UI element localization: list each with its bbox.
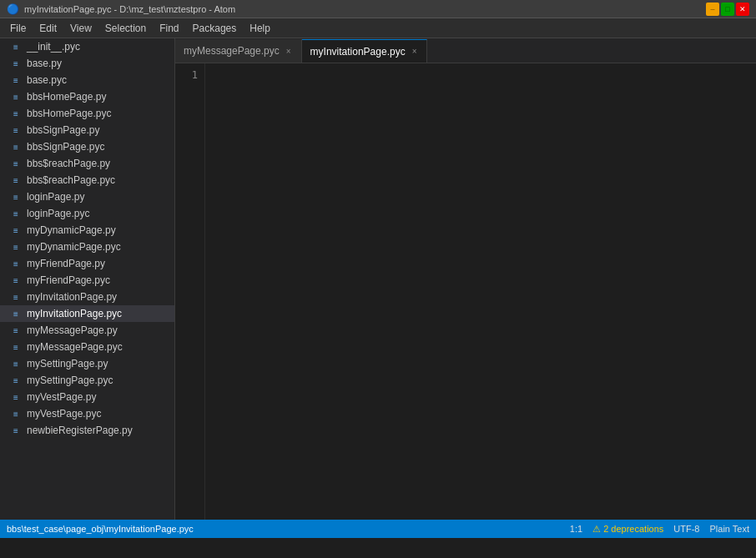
minimize-button[interactable]: – xyxy=(706,3,719,16)
sidebar-item[interactable]: ≡mySettingPage.py xyxy=(0,355,174,372)
menu-item-edit[interactable]: Edit xyxy=(33,21,63,36)
menu-item-view[interactable]: View xyxy=(63,21,98,36)
file-icon: ≡ xyxy=(10,174,22,186)
window-controls: – □ ✕ xyxy=(706,3,749,16)
sidebar-item-label: mySettingPage.py xyxy=(27,358,108,369)
code-editor[interactable]: 1 xyxy=(175,63,756,520)
file-icon: ≡ xyxy=(10,208,22,219)
sidebar-item-label: bbsSignPage.pyc xyxy=(27,141,104,153)
file-icon: ≡ xyxy=(10,58,22,69)
tab-close-button[interactable]: × xyxy=(411,46,419,57)
sidebar-item-label: myFriendPage.pyc xyxy=(27,274,110,286)
editor-area: myMessagePage.pyc×myInvitationPage.pyc× … xyxy=(175,38,756,520)
sidebar-item-label: myDynamicPage.pyc xyxy=(27,241,121,253)
sidebar-item[interactable]: ≡myVestPage.pyc xyxy=(0,405,174,422)
sidebar-item-label: myMessagePage.py xyxy=(27,324,118,336)
sidebar-item[interactable]: ≡myMessagePage.py xyxy=(0,322,174,339)
sidebar-item[interactable]: ≡bbs$reachPage.pyc xyxy=(0,172,174,189)
sidebar-item[interactable]: ≡bbsSignPage.pyc xyxy=(0,138,174,155)
file-icon: ≡ xyxy=(10,324,22,336)
sidebar-item[interactable]: ≡base.pyc xyxy=(0,72,174,88)
file-icon: ≡ xyxy=(10,341,22,353)
file-icon: ≡ xyxy=(10,41,22,53)
file-icon: ≡ xyxy=(10,308,22,319)
file-icon: ≡ xyxy=(10,408,22,420)
sidebar-item[interactable]: ≡myFriendPage.pyc xyxy=(0,272,174,289)
window-title: myInvitationPage.pyc - D:\mz_test\mztest… xyxy=(24,4,706,14)
sidebar-item[interactable]: ≡base.py xyxy=(0,55,174,72)
file-icon: ≡ xyxy=(10,191,22,203)
code-content xyxy=(205,63,756,520)
sidebar-item-label: bbs$reachPage.pyc xyxy=(27,174,115,186)
sidebar-item[interactable]: ≡myInvitationPage.py xyxy=(0,289,174,305)
menu-item-selection[interactable]: Selection xyxy=(98,21,153,36)
sidebar-item-label: mySettingPage.pyc xyxy=(27,375,113,386)
sidebar-item[interactable]: ≡myDynamicPage.py xyxy=(0,222,174,239)
sidebar-item[interactable]: ≡myDynamicPage.pyc xyxy=(0,239,174,255)
menu-item-packages[interactable]: Packages xyxy=(186,21,244,36)
sidebar-item[interactable]: ≡myVestPage.py xyxy=(0,389,174,405)
sidebar-item-label: myInvitationPage.py xyxy=(27,291,117,303)
file-icon: ≡ xyxy=(10,108,22,119)
status-filetype: Plain Text xyxy=(710,524,750,534)
file-icon: ≡ xyxy=(10,91,22,103)
sidebar-item[interactable]: ≡bbsSignPage.py xyxy=(0,122,174,138)
sidebar: ≡__init__.pyc≡base.py≡base.pyc≡bbsHomePa… xyxy=(0,38,175,520)
sidebar-item-label: myDynamicPage.py xyxy=(27,224,116,236)
file-icon: ≡ xyxy=(10,141,22,153)
status-position: 1:1 xyxy=(570,524,582,534)
sidebar-item[interactable]: ≡loginPage.pyc xyxy=(0,205,174,222)
tab-close-button[interactable]: × xyxy=(285,46,293,57)
file-icon: ≡ xyxy=(10,124,22,136)
sidebar-item-label: bbs$reachPage.py xyxy=(27,158,110,169)
status-warnings: ⚠ 2 deprecations xyxy=(592,524,663,535)
sidebar-item-label: myVestPage.py xyxy=(27,391,96,403)
sidebar-item[interactable]: ≡bbsHomePage.pyc xyxy=(0,105,174,122)
editor-tab[interactable]: myInvitationPage.pyc× xyxy=(302,39,428,63)
line-number: 1 xyxy=(179,67,198,83)
status-right: 1:1 ⚠ 2 deprecations UTF-8 Plain Text xyxy=(570,524,749,535)
status-bar: bbs\test_case\page_obj\myInvitationPage.… xyxy=(0,520,756,538)
sidebar-item-label: loginPage.pyc xyxy=(27,208,89,219)
sidebar-item[interactable]: ≡myInvitationPage.pyc xyxy=(0,305,174,322)
status-path: bbs\test_case\page_obj\myInvitationPage.… xyxy=(7,524,557,534)
tab-bar: myMessagePage.pyc×myInvitationPage.pyc× xyxy=(175,38,756,63)
sidebar-item-label: base.pyc xyxy=(27,74,67,86)
file-icon: ≡ xyxy=(10,274,22,286)
sidebar-item-label: bbsSignPage.py xyxy=(27,124,99,136)
tab-label: myInvitationPage.pyc xyxy=(310,46,406,58)
editor-tab[interactable]: myMessagePage.pyc× xyxy=(175,39,302,63)
menu-item-find[interactable]: Find xyxy=(153,21,185,36)
sidebar-item[interactable]: ≡myMessagePage.pyc xyxy=(0,339,174,355)
sidebar-item-label: myInvitationPage.pyc xyxy=(27,308,122,319)
sidebar-item-label: base.py xyxy=(27,58,62,69)
sidebar-item[interactable]: ≡bbs$reachPage.py xyxy=(0,155,174,172)
sidebar-item-label: bbsHomePage.pyc xyxy=(27,108,111,119)
file-icon: ≡ xyxy=(10,375,22,386)
file-icon: ≡ xyxy=(10,224,22,236)
sidebar-item[interactable]: ≡myFriendPage.py xyxy=(0,255,174,272)
menu-item-file[interactable]: File xyxy=(3,21,33,36)
file-icon: ≡ xyxy=(10,258,22,269)
sidebar-item[interactable]: ≡__init__.pyc xyxy=(0,38,174,55)
file-icon: ≡ xyxy=(10,391,22,403)
sidebar-item-label: __init__.pyc xyxy=(27,41,80,53)
menu-item-help[interactable]: Help xyxy=(243,21,277,36)
sidebar-item[interactable]: ≡bbsHomePage.py xyxy=(0,88,174,105)
sidebar-item[interactable]: ≡newbieRegisterPage.py xyxy=(0,422,174,439)
file-icon: ≡ xyxy=(10,158,22,169)
sidebar-item[interactable]: ≡loginPage.py xyxy=(0,189,174,205)
title-bar: 🔵 myInvitationPage.pyc - D:\mz_test\mzte… xyxy=(0,0,756,18)
file-icon: ≡ xyxy=(10,291,22,303)
close-button[interactable]: ✕ xyxy=(736,3,749,16)
maximize-button[interactable]: □ xyxy=(721,3,734,16)
sidebar-item[interactable]: ≡mySettingPage.pyc xyxy=(0,372,174,389)
app-icon: 🔵 xyxy=(7,3,19,15)
file-icon: ≡ xyxy=(10,425,22,436)
file-icon: ≡ xyxy=(10,74,22,86)
sidebar-item-label: myMessagePage.pyc xyxy=(27,341,123,353)
status-encoding: UTF-8 xyxy=(673,524,699,534)
line-numbers: 1 xyxy=(175,63,205,520)
sidebar-item-label: myFriendPage.py xyxy=(27,258,105,269)
tab-label: myMessagePage.pyc xyxy=(184,45,280,57)
